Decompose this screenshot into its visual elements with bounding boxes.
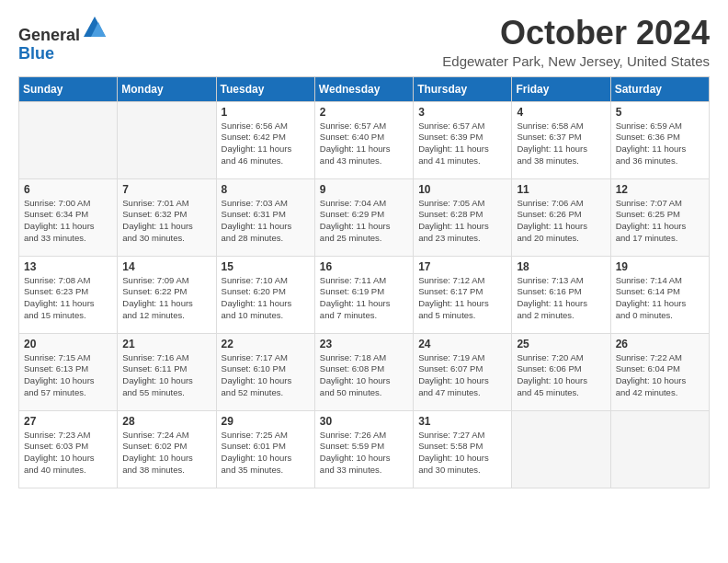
logo-blue-text: Blue (18, 44, 54, 63)
calendar-cell: 27Sunrise: 7:23 AM Sunset: 6:03 PM Dayli… (19, 410, 118, 488)
day-detail: Sunrise: 7:07 AM Sunset: 6:25 PM Dayligh… (616, 198, 704, 245)
calendar-cell: 13Sunrise: 7:08 AM Sunset: 6:23 PM Dayli… (19, 256, 118, 333)
calendar-cell: 8Sunrise: 7:03 AM Sunset: 6:31 PM Daylig… (216, 178, 314, 256)
calendar-cell: 20Sunrise: 7:15 AM Sunset: 6:13 PM Dayli… (19, 333, 118, 410)
weekday-header-sunday: Sunday (19, 76, 118, 101)
calendar-cell: 26Sunrise: 7:22 AM Sunset: 6:04 PM Dayli… (610, 333, 709, 410)
day-detail: Sunrise: 6:57 AM Sunset: 6:40 PM Dayligh… (320, 121, 408, 167)
calendar-cell: 5Sunrise: 6:59 AM Sunset: 6:36 PM Daylig… (610, 101, 709, 178)
day-number: 13 (24, 260, 112, 273)
calendar-cell (512, 410, 610, 488)
weekday-header-saturday: Saturday (610, 76, 709, 101)
day-detail: Sunrise: 7:27 AM Sunset: 5:58 PM Dayligh… (418, 430, 506, 477)
day-number: 18 (517, 260, 605, 273)
day-detail: Sunrise: 7:08 AM Sunset: 6:23 PM Dayligh… (24, 275, 112, 322)
day-number: 5 (616, 106, 704, 119)
week-row-4: 27Sunrise: 7:23 AM Sunset: 6:03 PM Dayli… (19, 410, 710, 488)
day-number: 22 (222, 338, 310, 350)
day-number: 4 (517, 106, 605, 119)
calendar-cell: 19Sunrise: 7:14 AM Sunset: 6:14 PM Dayli… (610, 256, 709, 333)
day-detail: Sunrise: 7:04 AM Sunset: 6:29 PM Dayligh… (320, 198, 408, 245)
day-detail: Sunrise: 7:14 AM Sunset: 6:14 PM Dayligh… (616, 275, 704, 322)
calendar-cell: 31Sunrise: 7:27 AM Sunset: 5:58 PM Dayli… (414, 410, 512, 488)
day-number: 21 (122, 338, 210, 350)
day-detail: Sunrise: 7:11 AM Sunset: 6:19 PM Dayligh… (320, 275, 408, 322)
weekday-header-tuesday: Tuesday (216, 76, 314, 101)
weekday-header-friday: Friday (512, 76, 610, 101)
calendar-cell: 24Sunrise: 7:19 AM Sunset: 6:07 PM Dayli… (414, 333, 512, 410)
day-detail: Sunrise: 7:23 AM Sunset: 6:03 PM Dayligh… (24, 430, 112, 477)
calendar-cell (610, 410, 709, 488)
calendar-cell: 9Sunrise: 7:04 AM Sunset: 6:29 PM Daylig… (314, 178, 413, 256)
header: General Blue October 2024 Edgewater Park… (18, 15, 710, 69)
calendar-cell (118, 101, 216, 178)
month-title: October 2024 (442, 15, 710, 52)
day-number: 24 (418, 338, 506, 350)
title-area: October 2024 Edgewater Park, New Jersey,… (442, 15, 710, 69)
day-detail: Sunrise: 7:17 AM Sunset: 6:10 PM Dayligh… (222, 352, 310, 399)
day-detail: Sunrise: 7:10 AM Sunset: 6:20 PM Dayligh… (222, 275, 310, 322)
week-row-3: 20Sunrise: 7:15 AM Sunset: 6:13 PM Dayli… (19, 333, 710, 410)
day-detail: Sunrise: 7:01 AM Sunset: 6:32 PM Dayligh… (122, 198, 210, 245)
day-number: 31 (418, 415, 506, 428)
weekday-header-thursday: Thursday (414, 76, 512, 101)
calendar-cell: 23Sunrise: 7:18 AM Sunset: 6:08 PM Dayli… (314, 333, 413, 410)
calendar-cell: 18Sunrise: 7:13 AM Sunset: 6:16 PM Dayli… (512, 256, 610, 333)
day-number: 20 (24, 338, 112, 350)
day-number: 16 (320, 260, 408, 273)
logo: General Blue (18, 15, 108, 63)
day-number: 9 (320, 183, 408, 196)
calendar-cell: 25Sunrise: 7:20 AM Sunset: 6:06 PM Dayli… (512, 333, 610, 410)
calendar-cell: 2Sunrise: 6:57 AM Sunset: 6:40 PM Daylig… (314, 101, 413, 178)
weekday-header-row: SundayMondayTuesdayWednesdayThursdayFrid… (19, 76, 710, 101)
calendar-table: SundayMondayTuesdayWednesdayThursdayFrid… (18, 76, 710, 488)
day-number: 1 (222, 106, 310, 119)
calendar-cell: 17Sunrise: 7:12 AM Sunset: 6:17 PM Dayli… (414, 256, 512, 333)
location-title: Edgewater Park, New Jersey, United State… (442, 53, 710, 69)
day-number: 27 (24, 415, 112, 428)
calendar-cell: 3Sunrise: 6:57 AM Sunset: 6:39 PM Daylig… (414, 101, 512, 178)
day-detail: Sunrise: 6:59 AM Sunset: 6:36 PM Dayligh… (616, 121, 704, 167)
day-detail: Sunrise: 7:06 AM Sunset: 6:26 PM Dayligh… (517, 198, 605, 245)
calendar-cell: 12Sunrise: 7:07 AM Sunset: 6:25 PM Dayli… (610, 178, 709, 256)
calendar-cell: 16Sunrise: 7:11 AM Sunset: 6:19 PM Dayli… (314, 256, 413, 333)
calendar-cell: 7Sunrise: 7:01 AM Sunset: 6:32 PM Daylig… (118, 178, 216, 256)
week-row-1: 6Sunrise: 7:00 AM Sunset: 6:34 PM Daylig… (19, 178, 710, 256)
logo-icon (82, 15, 108, 40)
day-detail: Sunrise: 7:00 AM Sunset: 6:34 PM Dayligh… (24, 198, 112, 245)
weekday-header-monday: Monday (118, 76, 216, 101)
calendar-cell: 29Sunrise: 7:25 AM Sunset: 6:01 PM Dayli… (216, 410, 314, 488)
day-detail: Sunrise: 6:56 AM Sunset: 6:42 PM Dayligh… (222, 121, 310, 167)
day-number: 23 (320, 338, 408, 350)
calendar-cell: 15Sunrise: 7:10 AM Sunset: 6:20 PM Dayli… (216, 256, 314, 333)
day-number: 26 (616, 338, 704, 350)
day-detail: Sunrise: 7:19 AM Sunset: 6:07 PM Dayligh… (418, 352, 506, 399)
day-number: 3 (418, 106, 506, 119)
day-number: 7 (122, 183, 210, 196)
day-detail: Sunrise: 7:18 AM Sunset: 6:08 PM Dayligh… (320, 352, 408, 399)
day-number: 11 (517, 183, 605, 196)
day-detail: Sunrise: 7:20 AM Sunset: 6:06 PM Dayligh… (517, 352, 605, 399)
calendar-cell: 14Sunrise: 7:09 AM Sunset: 6:22 PM Dayli… (118, 256, 216, 333)
day-detail: Sunrise: 7:05 AM Sunset: 6:28 PM Dayligh… (418, 198, 506, 245)
day-number: 12 (616, 183, 704, 196)
weekday-header-wednesday: Wednesday (314, 76, 413, 101)
day-number: 2 (320, 106, 408, 119)
day-number: 8 (222, 183, 310, 196)
week-row-0: 1Sunrise: 6:56 AM Sunset: 6:42 PM Daylig… (19, 101, 710, 178)
day-number: 30 (320, 415, 408, 428)
day-detail: Sunrise: 7:26 AM Sunset: 5:59 PM Dayligh… (320, 430, 408, 477)
day-detail: Sunrise: 7:03 AM Sunset: 6:31 PM Dayligh… (222, 198, 310, 245)
calendar-cell: 1Sunrise: 6:56 AM Sunset: 6:42 PM Daylig… (216, 101, 314, 178)
calendar-cell: 28Sunrise: 7:24 AM Sunset: 6:02 PM Dayli… (118, 410, 216, 488)
day-number: 25 (517, 338, 605, 350)
calendar-cell: 22Sunrise: 7:17 AM Sunset: 6:10 PM Dayli… (216, 333, 314, 410)
calendar-cell (19, 101, 118, 178)
calendar-cell: 10Sunrise: 7:05 AM Sunset: 6:28 PM Dayli… (414, 178, 512, 256)
calendar-cell: 21Sunrise: 7:16 AM Sunset: 6:11 PM Dayli… (118, 333, 216, 410)
day-detail: Sunrise: 7:24 AM Sunset: 6:02 PM Dayligh… (122, 430, 210, 477)
week-row-2: 13Sunrise: 7:08 AM Sunset: 6:23 PM Dayli… (19, 256, 710, 333)
day-number: 10 (418, 183, 506, 196)
calendar-cell: 30Sunrise: 7:26 AM Sunset: 5:59 PM Dayli… (314, 410, 413, 488)
calendar-cell: 6Sunrise: 7:00 AM Sunset: 6:34 PM Daylig… (19, 178, 118, 256)
